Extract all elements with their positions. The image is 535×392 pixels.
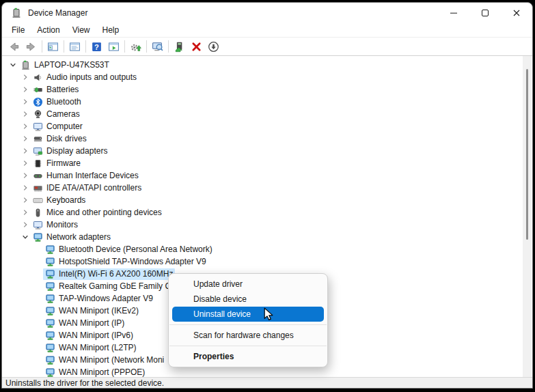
tree-item-batteries[interactable]: Batteries [2,83,532,96]
chevron-right-icon [20,109,30,119]
chevron-right-icon[interactable] [20,207,31,218]
context-menu-item-update-driver[interactable]: Update driver [169,277,327,292]
monitor-icon [33,122,43,132]
close-button[interactable] [501,3,532,23]
menu-file[interactable]: File [5,24,31,36]
row-body[interactable]: WAN Miniport (IPv6) [43,330,135,341]
tree-item-bluetooth-device-personal-area-network[interactable]: Bluetooth Device (Personal Area Network) [2,243,532,255]
tree-item-laptop-u47ks53t[interactable]: LAPTOP-U47KS53T [2,59,532,71]
chevron-right-icon[interactable] [20,72,31,83]
row-body[interactable]: Bluetooth Device (Personal Area Network) [43,244,215,255]
row-body[interactable]: LAPTOP-U47KS53T [18,59,111,71]
chevron-right-icon[interactable] [20,219,31,230]
row-body[interactable]: Keyboards [31,195,87,206]
chevron-right-icon[interactable] [20,170,31,181]
window-controls [438,3,532,23]
tree-item-ide-ata-atapi-controllers[interactable]: IDE ATA/ATAPI controllers [2,182,532,194]
update-driver-software-button[interactable] [171,38,188,55]
maximize-button[interactable] [469,3,501,23]
chevron-right-icon [20,183,30,193]
tree-item-disk-drives[interactable]: Disk drives [2,132,532,145]
chevron-right-icon[interactable] [20,121,31,132]
context-menu-item-uninstall-device[interactable]: Uninstall device [172,307,324,322]
row-body[interactable]: WAN Miniport (IP) [43,318,126,329]
network-adapter-icon [45,331,55,341]
tree-item-firmware[interactable]: Firmware [2,157,532,169]
chevron-right-icon[interactable] [20,133,31,144]
hid-gamepad-icon [33,171,43,181]
context-menu: Update driverDisable deviceUninstall dev… [168,273,328,367]
row-body[interactable]: Mice and other pointing devices [31,207,164,219]
row-body[interactable]: Bluetooth [31,96,83,108]
row-body[interactable]: Realtek Gaming GbE Family Co [43,281,178,292]
tree-item-display-adapters[interactable]: Display adapters [2,145,532,157]
disable-device-button[interactable] [205,38,222,55]
chevron-down-icon[interactable] [20,232,31,242]
chevron-right-icon[interactable] [20,96,31,107]
row-body[interactable]: Disk drives [31,133,89,145]
maximize-icon [480,8,491,18]
row-body[interactable]: WAN Miniport (Network Moni [43,354,166,366]
show-console-tree-button[interactable] [44,38,61,55]
tree-item-wan-miniport-pppoe[interactable]: WAN Miniport (PPPOE) [2,366,532,377]
tree-item-bluetooth[interactable]: Bluetooth [2,96,532,108]
menu-view[interactable]: View [66,24,96,36]
row-body[interactable]: WAN Miniport (IKEv2) [43,305,141,317]
chevron-right-icon[interactable] [20,109,31,120]
row-body[interactable]: Human Interface Devices [31,170,141,182]
uninstall-device-button[interactable] [188,38,205,55]
chevron-right-icon[interactable] [20,195,31,206]
scan-hardware-changes-button[interactable] [149,38,166,55]
chevron-right-icon [20,195,30,205]
properties-button[interactable] [66,38,83,55]
network-adapter-icon [45,318,55,328]
minimize-button[interactable] [438,3,469,23]
row-body[interactable]: WAN Miniport (PPPOE) [43,367,147,378]
row-body[interactable]: WAN Miniport (L2TP) [43,342,139,354]
scrollbar-track[interactable] [523,56,532,377]
tree-item-keyboards[interactable]: Keyboards [2,194,532,206]
chevron-right-icon[interactable] [20,182,31,193]
device-manager-icon [11,8,22,18]
action-pane-button[interactable] [105,38,122,55]
toolbar-separator [168,40,169,53]
row-body[interactable]: Network adapters [31,232,113,243]
selected-row-body[interactable]: Intel(R) Wi-Fi 6 AX200 160MHz [43,268,175,280]
chevron-right-icon [20,85,30,94]
context-menu-item-disable-device[interactable]: Disable device [169,292,327,307]
row-body[interactable]: Display adapters [31,145,109,157]
tree-item-label: WAN Miniport (IPv6) [59,331,133,340]
tree-item-computer[interactable]: Computer [2,120,532,132]
row-body[interactable]: HotspotShield TAP-Windows Adapter V9 [43,256,208,268]
help-button[interactable]: ? [88,38,105,55]
tree-item-cameras[interactable]: Cameras [2,108,532,120]
row-body[interactable]: Audio inputs and outputs [31,72,139,83]
chevron-down-icon[interactable] [8,59,18,70]
back-button[interactable] [5,38,23,55]
row-body[interactable]: TAP-Windows Adapter V9 [43,293,155,305]
tree-item-mice-and-other-pointing-devices[interactable]: Mice and other pointing devices [2,206,532,219]
row-body[interactable]: Cameras [31,109,82,120]
tree-item-monitors[interactable]: Monitors [2,219,532,231]
chevron-right-icon[interactable] [20,84,31,95]
row-body[interactable]: Monitors [31,219,80,231]
update-driver-button[interactable] [127,38,144,55]
chevron-right-icon[interactable] [20,158,31,169]
context-menu-item-properties[interactable]: Properties [169,349,327,364]
tree-item-audio-inputs-and-outputs[interactable]: Audio inputs and outputs [2,71,532,83]
row-body[interactable]: Computer [31,121,85,132]
tree-item-human-interface-devices[interactable]: Human Interface Devices [2,169,532,182]
chevron-right-icon[interactable] [20,145,31,156]
menu-action[interactable]: Action [31,24,66,36]
device-manager-icon [11,8,22,18]
tree-item-hotspotshield-tap-windows-adapter-v9[interactable]: HotspotShield TAP-Windows Adapter V9 [2,255,532,268]
row-body[interactable]: IDE ATA/ATAPI controllers [31,182,143,194]
tree-item-network-adapters[interactable]: Network adapters [2,231,532,243]
menu-help[interactable]: Help [96,24,126,36]
forward-button[interactable] [23,38,40,55]
chevron-right-icon [20,171,30,180]
row-body[interactable]: Batteries [31,84,81,96]
row-body[interactable]: Firmware [31,158,83,169]
context-menu-item-scan-for-hardware-changes[interactable]: Scan for hardware changes [169,328,327,343]
scrollbar-thumb[interactable] [526,69,528,240]
